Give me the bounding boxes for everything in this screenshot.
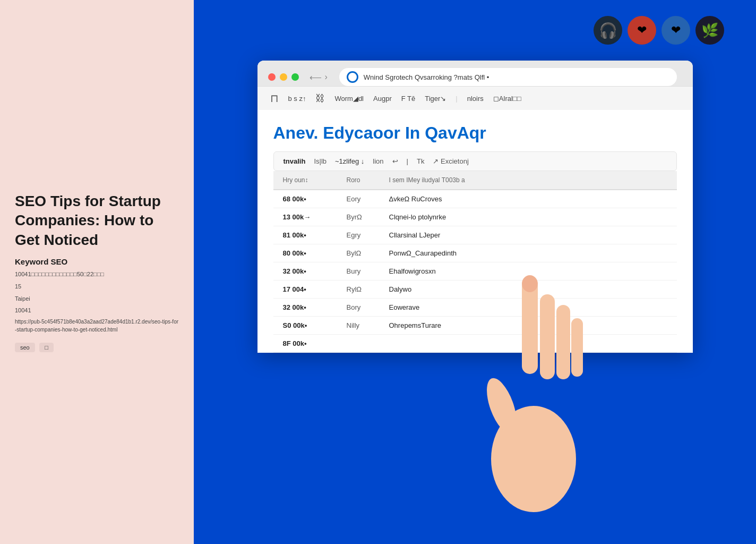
leaf-icon: 🌿 (701, 22, 718, 39)
row4-keyword: PonwΩ_Caurapedinth (389, 249, 646, 257)
subtoolbar-lion[interactable]: lion (373, 157, 383, 165)
tag-container: seo □ (15, 342, 179, 352)
table-row[interactable]: 17 004• RylΩ Dalywo (273, 280, 677, 299)
row9-volume: 8F 00k• (283, 339, 347, 347)
row2-keyword: Clqnei-lo ptolynrke (389, 213, 646, 221)
row7-keyword: Eowerave (389, 303, 646, 311)
table-row[interactable]: 81 00k• Egry Cllarsinal LJeper (273, 226, 677, 244)
row7-volume: 32 00k• (283, 303, 347, 311)
back-icon[interactable]: ⟵ (310, 72, 322, 82)
row5-name: Bury (347, 267, 389, 275)
toolbar-nloirs[interactable]: nloirs (467, 95, 484, 103)
subtoolbar-tnvalih[interactable]: tnvalih (284, 157, 306, 165)
row5-keyword: Ehalfowigrosxn (389, 267, 646, 275)
subtoolbar-dropdown[interactable]: ~1zlifeg ↓ (335, 157, 364, 165)
subtoolbar-excietonj[interactable]: ↗ Excietonj (433, 157, 468, 165)
row1-keyword: ΔvkeΩ RuCroves (389, 195, 646, 203)
toolbar-share-icon[interactable]: ⛓ (315, 93, 325, 104)
row5-volume: 32 00k• (283, 267, 347, 275)
tag-seo: seo (15, 343, 35, 352)
subtoolbar-tk[interactable]: Tk (417, 157, 424, 165)
browser-toolbar: ⊓ b s z↑ ⛓ Worm◢dl Augpr F Tē Tiger↘ | n… (257, 86, 693, 110)
row7-name: Bory (347, 303, 389, 311)
svg-point-1 (481, 375, 523, 437)
right-panel: 🎧 ❤ ❤ 🌿 ⟵ › Wnind Sgrotech Q (194, 0, 756, 544)
article-title: SEO Tips for Startup Companies: How to G… (15, 192, 179, 250)
meta-line3: Taipei (15, 294, 179, 304)
top-icon-4[interactable]: 🌿 (695, 16, 724, 45)
row2-volume: 13 00k→ (283, 213, 347, 221)
nav-controls: ⟵ › (310, 72, 328, 82)
subtoolbar-sep: | (407, 157, 408, 165)
row8-volume: S0 00k• (283, 321, 347, 329)
toolbar-sep1: | (456, 95, 457, 103)
row1-name: Eory (347, 195, 389, 203)
meta-line2: 15 (15, 282, 179, 292)
top-icon-1[interactable]: 🎧 (594, 16, 622, 45)
table-row[interactable]: 32 00k• Bory Eowerave (273, 299, 677, 317)
svg-point-0 (491, 406, 576, 512)
toolbar-worm[interactable]: Worm◢dl (334, 95, 364, 103)
address-text: Wnind Sgrotech Qvsarroking ?mats Qlfl • (364, 73, 669, 81)
table-row[interactable]: 13 00k→ ByrΩ Clqnei-lo ptolynrke (273, 208, 677, 226)
table-row[interactable]: 68 00k• Eory ΔvkeΩ RuCroves (273, 190, 677, 208)
traffic-light-red[interactable] (268, 73, 276, 81)
meta-line1: 10041□□□□□□□□□□□□□50□22□□□ (15, 269, 179, 279)
toolbar-home-icon[interactable]: ⊓ (270, 92, 279, 105)
top-icon-3[interactable]: ❤ (662, 16, 690, 45)
col-header-keyword: I sem IMey iludyal T003b a (389, 176, 561, 184)
traffic-light-green[interactable] (291, 73, 299, 81)
browser-window: ⟵ › Wnind Sgrotech Qvsarroking ?mats Qlf… (257, 61, 693, 353)
browser-chrome: ⟵ › Wnind Sgrotech Qvsarroking ?mats Qlf… (257, 61, 693, 86)
row3-volume: 81 00k• (283, 231, 347, 239)
meta-line4: 10041 (15, 305, 179, 316)
row8-keyword: OhrepemsTurare (389, 321, 646, 329)
top-icon-2[interactable]: ❤ (628, 16, 656, 45)
heart-blue-icon: ❤ (671, 23, 681, 37)
page-title-text: Anev. Edycaoor In QavAqr (273, 123, 486, 142)
table-row[interactable]: 8F 00k• (273, 335, 677, 353)
toolbar-item-1[interactable]: b s z↑ (288, 95, 306, 103)
table-row[interactable]: S0 00k• Nilly OhrepemsTurare (273, 317, 677, 335)
top-icons-row: 🎧 ❤ ❤ 🌿 (194, 0, 756, 55)
toolbar-te[interactable]: F Tē (401, 95, 416, 103)
table-body: 68 00k• Eory ΔvkeΩ RuCroves 13 00k→ ByrΩ… (273, 190, 677, 353)
col-header-volume: Hry oun↕ (283, 176, 347, 184)
address-bar[interactable]: Wnind Sgrotech Qvsarroking ?mats Qlfl • (339, 68, 677, 86)
address-circle-icon (347, 71, 358, 83)
traffic-light-yellow[interactable] (280, 73, 287, 81)
sub-toolbar: tnvalih Is|lb ~1zlifeg ↓ lion ↩ | Tk ↗ E… (273, 151, 677, 171)
table-header: Hry oun↕ Roro I sem IMey iludyal T003b a (273, 171, 677, 190)
row4-volume: 80 00k• (283, 249, 347, 257)
page-heading: Anev. Edycaoor In QavAqr (273, 123, 677, 143)
row3-keyword: Cllarsinal LJeper (389, 231, 646, 239)
heart-red-icon: ❤ (637, 23, 647, 37)
dropdown-label: ~1zlifeg ↓ (335, 157, 364, 165)
row2-name: ByrΩ (347, 213, 389, 221)
row6-name: RylΩ (347, 285, 389, 293)
subtoolbar-islb[interactable]: Is|lb (314, 157, 327, 165)
toolbar-augpr[interactable]: Augpr (373, 95, 392, 103)
toolbar-tiger[interactable]: Tiger↘ (425, 95, 446, 103)
tag-extra: □ (39, 343, 54, 352)
table-row[interactable]: 80 00k• BylΩ PonwΩ_Caurapedinth (273, 244, 677, 262)
row3-name: Egry (347, 231, 389, 239)
row1-volume: 68 00k• (283, 195, 347, 203)
table-row[interactable]: 32 00k• Bury Ehalfowigrosxn (273, 262, 677, 280)
row4-name: BylΩ (347, 249, 389, 257)
row8-name: Nilly (347, 321, 389, 329)
row6-volume: 17 004• (283, 285, 347, 293)
row6-keyword: Dalywo (389, 285, 646, 293)
keyword-label: Keyword SEO (15, 257, 179, 266)
browser-content: Anev. Edycaoor In QavAqr tnvalih Is|lb ~… (257, 110, 693, 353)
left-panel: SEO Tips for Startup Companies: How to G… (0, 0, 194, 544)
col-header-name: Roro (347, 176, 389, 184)
article-url: https://pub-5c454f571b8e40a3a2aad27ade84… (15, 318, 179, 334)
headphone-icon: 🎧 (599, 22, 617, 39)
toolbar-aural[interactable]: ◻Alral□□ (493, 95, 521, 103)
traffic-lights (268, 73, 299, 81)
subtoolbar-arrow[interactable]: ↩ (392, 157, 398, 165)
forward-icon[interactable]: › (325, 72, 328, 82)
